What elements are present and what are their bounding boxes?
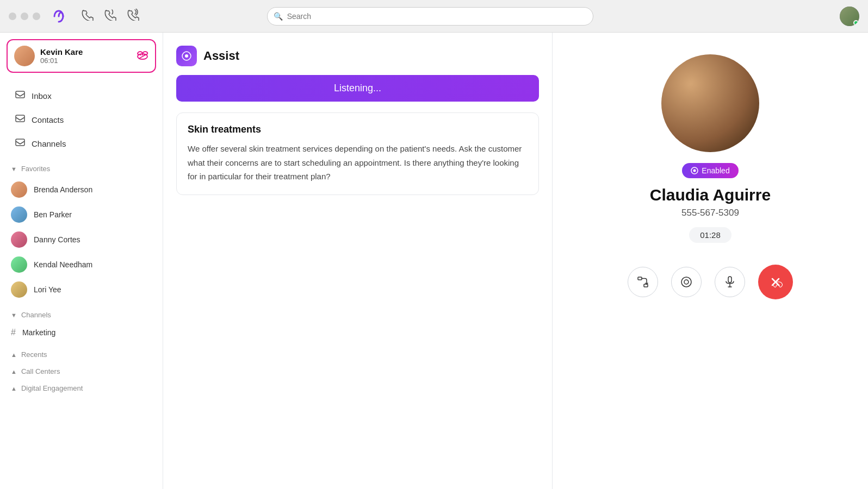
search-icon: 🔍 [274,12,283,21]
knowledge-title: Skin treatments [188,124,528,135]
digital-engagement-label: Digital Engagement [21,384,83,392]
channel-label-marketing: Marketing [22,328,55,337]
svg-rect-10 [644,284,648,287]
user-avatar[interactable] [840,7,859,26]
caller-photo [661,54,759,152]
active-call-timer: 06:01 [40,57,131,65]
contact-name-brenda: Brenda Anderson [34,185,92,194]
record-button[interactable] [671,267,702,297]
contact-item-kendal[interactable]: Kendal Needham [0,252,163,277]
contact-name-kendal: Kendal Needham [34,260,92,269]
contact-item-brenda[interactable]: Brenda Anderson [0,177,163,202]
digital-engagement-section-header[interactable]: ▲ Digital Engagement [0,380,163,397]
listening-button[interactable]: Listening... [176,75,539,102]
call-centers-section-header[interactable]: ▲ Call Centers [0,363,163,380]
caller-phone: 555-567-5309 [681,208,739,218]
contact-item-lori[interactable]: Lori Yee [0,277,163,302]
main-layout: Kevin Kare 06:01 [0,33,868,489]
title-bar: 🔍 [0,0,868,33]
enabled-label: Enabled [702,166,729,175]
phone-icon-2[interactable] [104,9,116,23]
assist-title: Assist [203,49,239,63]
enabled-badge[interactable]: Enabled [682,163,738,178]
channels-section-label: Channels [21,311,51,319]
transfer-button[interactable] [628,267,658,297]
active-call-card[interactable]: Kevin Kare 06:01 [7,39,156,73]
minimize-button[interactable] [21,12,28,20]
right-panel: Enabled Claudia Aguirre 555-567-5309 01:… [553,33,868,489]
contact-name-lori: Lori Yee [34,285,61,294]
favorites-section-header[interactable]: ▼ Favorites [0,160,163,177]
svg-point-6 [185,54,188,58]
contact-avatar-ben [11,206,27,223]
channels-nav-label: Channels [32,139,66,148]
active-call-avatar [14,46,35,66]
mute-button[interactable] [715,267,745,297]
inbox-label: Inbox [32,91,52,101]
svg-point-8 [693,170,696,172]
end-call-button[interactable] [758,265,793,299]
assist-logo [176,46,197,66]
phone-icon-1[interactable] [82,9,94,23]
svg-rect-9 [638,277,642,280]
recents-section-header[interactable]: ▲ Recents [0,346,163,363]
contact-avatar-kendal [11,256,27,273]
recents-label: Recents [21,350,47,359]
svg-point-11 [681,277,691,287]
maximize-button[interactable] [33,12,40,20]
caller-photo-inner [661,54,759,152]
center-panel: Assist Listening... Skin treatments We o… [163,33,553,489]
contact-avatar-lori [11,281,27,298]
chevron-up-icon-digital: ▲ [11,385,17,392]
end-active-call-button[interactable] [137,49,148,64]
svg-point-12 [684,280,689,284]
favorites-label: Favorites [21,165,50,173]
sidebar-item-inbox[interactable]: Inbox [4,84,158,108]
sidebar-item-contacts[interactable]: Contacts [4,108,158,131]
contact-avatar-brenda [11,181,27,198]
chevron-up-icon-channels: ▼ [11,312,17,318]
search-wrapper: 🔍 [267,7,593,26]
inbox-icon [15,90,25,102]
assist-header: Assist [176,46,539,66]
knowledge-body: We offer several skin treatment services… [188,142,528,184]
call-info: Kevin Kare 06:01 [40,47,131,65]
window-controls [9,12,40,20]
channel-item-marketing[interactable]: # Marketing [0,323,163,342]
close-button[interactable] [9,12,16,20]
channels-nav-icon [15,137,25,150]
search-input[interactable] [267,7,593,26]
call-centers-label: Call Centers [21,367,60,375]
contacts-icon [15,114,25,126]
chevron-up-icon-recents: ▲ [11,352,17,358]
contact-name-danny: Danny Cortes [34,235,80,244]
knowledge-card: Skin treatments We offer several skin tr… [176,112,539,195]
call-duration-badge: 01:28 [689,227,731,243]
contact-item-danny[interactable]: Danny Cortes [0,227,163,252]
svg-rect-13 [728,277,731,283]
active-call-name: Kevin Kare [40,47,131,57]
hash-icon-marketing: # [11,328,16,337]
chevron-up-icon-callcenters: ▲ [11,368,17,375]
caller-name: Claudia Aguirre [650,186,771,204]
nav-section: Inbox Contacts Channels [0,79,163,160]
phone-icon-3[interactable] [127,9,139,23]
call-actions [628,265,793,299]
channels-section-header[interactable]: ▼ Channels [0,306,163,323]
contacts-label: Contacts [32,115,64,124]
chevron-down-icon: ▼ [11,166,17,172]
contact-item-ben[interactable]: Ben Parker [0,202,163,227]
sidebar: Kevin Kare 06:01 [0,33,163,489]
contact-avatar-danny [11,231,27,248]
contact-name-ben: Ben Parker [34,210,72,219]
sidebar-item-channels[interactable]: Channels [4,132,158,155]
app-logo [49,7,69,26]
online-indicator [853,20,859,26]
phone-icons [82,9,139,23]
